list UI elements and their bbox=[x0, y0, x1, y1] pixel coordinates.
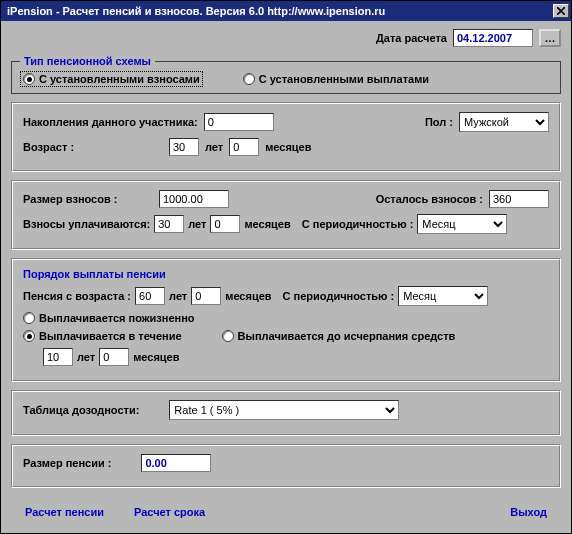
radio-payout-exhaust-label: Выплачивается до исчерпания средств bbox=[238, 330, 456, 342]
radio-scheme-contrib[interactable]: С установленными взносами bbox=[20, 71, 203, 87]
gender-label: Пол : bbox=[425, 116, 453, 128]
contrib-months-input[interactable] bbox=[210, 215, 240, 233]
radio-payout-exhaust[interactable]: Выплачивается до исчерпания средств bbox=[222, 330, 456, 342]
calc-pension-link[interactable]: Расчет пенсии bbox=[25, 506, 104, 518]
radio-icon bbox=[23, 73, 35, 85]
close-button[interactable] bbox=[553, 4, 569, 18]
contrib-period-label: С периодичностью : bbox=[302, 218, 414, 230]
rate-panel: Таблица дозодности: Rate 1 ( 5% ) bbox=[11, 390, 561, 436]
contrib-paid-label: Взносы уплачиваются: bbox=[23, 218, 150, 230]
result-panel: Размер пенсии : bbox=[11, 444, 561, 488]
contrib-size-label: Размер взносов : bbox=[23, 193, 153, 205]
accum-label: Накопления данного участника: bbox=[23, 116, 198, 128]
result-label: Размер пенсии : bbox=[23, 457, 111, 469]
term-years-input[interactable] bbox=[43, 348, 73, 366]
close-icon bbox=[557, 7, 565, 15]
title-text: iPension - Расчет пенсий и взносов. Верс… bbox=[7, 5, 385, 17]
scheme-legend: Тип пенсионной схемы bbox=[20, 55, 155, 67]
contrib-left-label: Осталось взносов : bbox=[376, 193, 483, 205]
payout-panel: Порядок выплаты пенсии Пенсия с возраста… bbox=[11, 258, 561, 382]
action-bar: Расчет пенсии Расчет срока Выход bbox=[11, 496, 561, 524]
radio-scheme-payout[interactable]: С установленными выплатами bbox=[243, 73, 429, 85]
calc-date-label: Дата расчета bbox=[376, 32, 447, 44]
date-picker-button[interactable]: … bbox=[539, 29, 561, 47]
calc-term-link[interactable]: Расчет срока bbox=[134, 506, 205, 518]
rate-label: Таблица дозодности: bbox=[23, 404, 139, 416]
age-years-input[interactable] bbox=[169, 138, 199, 156]
contrib-period-select[interactable]: Месяц bbox=[417, 214, 507, 234]
years-unit: лет bbox=[169, 290, 187, 302]
payout-fromage-label: Пенсия с возраста : bbox=[23, 290, 131, 302]
contrib-panel: Размер взносов : Осталось взносов : Взно… bbox=[11, 180, 561, 250]
radio-icon bbox=[23, 330, 35, 342]
months-unit: месяцев bbox=[265, 141, 311, 153]
radio-payout-term[interactable]: Выплачивается в течение bbox=[23, 330, 182, 342]
months-unit: месяцев bbox=[244, 218, 290, 230]
radio-icon bbox=[222, 330, 234, 342]
age-label: Возраст : bbox=[23, 141, 163, 153]
radio-payout-life[interactable]: Выплачивается пожизненно bbox=[23, 312, 195, 324]
form-body: Дата расчета … Тип пенсионной схемы С ус… bbox=[1, 21, 571, 530]
radio-payout-term-label: Выплачивается в течение bbox=[39, 330, 182, 342]
calc-date-row: Дата расчета … bbox=[11, 29, 561, 47]
accum-input[interactable] bbox=[204, 113, 274, 131]
result-output[interactable] bbox=[141, 454, 211, 472]
participant-panel: Накопления данного участника: Пол : Мужс… bbox=[11, 102, 561, 172]
payout-header: Порядок выплаты пенсии bbox=[23, 268, 549, 280]
contrib-years-input[interactable] bbox=[154, 215, 184, 233]
radio-payout-life-label: Выплачивается пожизненно bbox=[39, 312, 195, 324]
years-unit: лет bbox=[188, 218, 206, 230]
months-unit: месяцев bbox=[133, 351, 179, 363]
months-unit: месяцев bbox=[225, 290, 271, 302]
calc-date-input[interactable] bbox=[453, 29, 533, 47]
payout-period-label: С периодичностью : bbox=[283, 290, 395, 302]
term-months-input[interactable] bbox=[99, 348, 129, 366]
contrib-size-input[interactable] bbox=[159, 190, 229, 208]
exit-link[interactable]: Выход bbox=[510, 506, 547, 518]
app-window: iPension - Расчет пенсий и взносов. Верс… bbox=[0, 0, 572, 534]
radio-scheme-contrib-label: С установленными взносами bbox=[39, 73, 200, 85]
age-months-input[interactable] bbox=[229, 138, 259, 156]
payout-months-input[interactable] bbox=[191, 287, 221, 305]
radio-icon bbox=[23, 312, 35, 324]
payout-years-input[interactable] bbox=[135, 287, 165, 305]
scheme-type-group: Тип пенсионной схемы С установленными вз… bbox=[11, 55, 561, 94]
years-unit: лет bbox=[77, 351, 95, 363]
payout-period-select[interactable]: Месяц bbox=[398, 286, 488, 306]
contrib-left-input[interactable] bbox=[489, 190, 549, 208]
rate-select[interactable]: Rate 1 ( 5% ) bbox=[169, 400, 399, 420]
radio-icon bbox=[243, 73, 255, 85]
years-unit: лет bbox=[205, 141, 223, 153]
radio-scheme-payout-label: С установленными выплатами bbox=[259, 73, 429, 85]
titlebar: iPension - Расчет пенсий и взносов. Верс… bbox=[1, 1, 571, 21]
gender-select[interactable]: Мужской bbox=[459, 112, 549, 132]
